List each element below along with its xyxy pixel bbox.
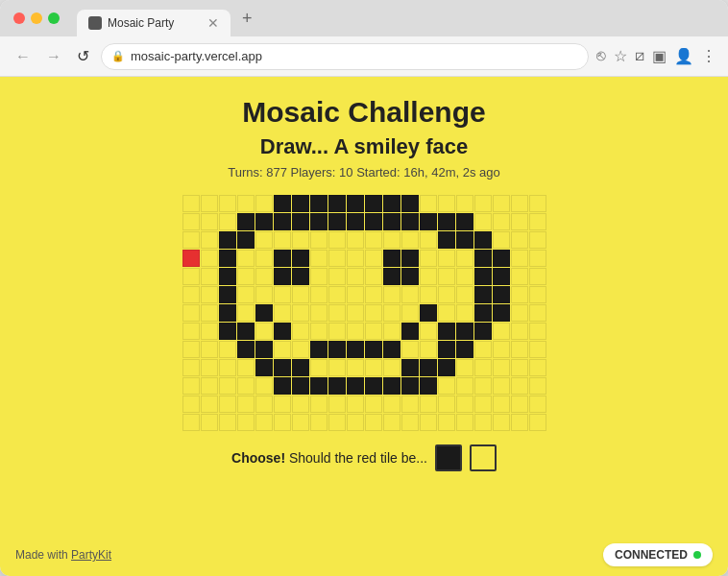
mosaic-cell[interactable] xyxy=(529,396,546,413)
mosaic-cell[interactable] xyxy=(401,268,419,285)
mosaic-cell[interactable] xyxy=(292,359,309,376)
mosaic-cell[interactable] xyxy=(511,268,528,285)
mosaic-cell[interactable] xyxy=(365,231,382,249)
tab-close-icon[interactable]: ✕ xyxy=(207,15,219,31)
mosaic-cell[interactable] xyxy=(347,359,364,376)
mosaic-cell[interactable] xyxy=(255,250,273,267)
mosaic-cell[interactable] xyxy=(420,396,437,413)
active-tab[interactable]: Mosaic Party ✕ xyxy=(77,10,231,36)
mosaic-cell[interactable] xyxy=(383,231,400,249)
mosaic-cell[interactable] xyxy=(420,268,437,285)
mosaic-cell[interactable] xyxy=(219,341,236,358)
mosaic-cell[interactable] xyxy=(456,323,473,340)
mosaic-cell[interactable] xyxy=(274,396,291,413)
maximize-button[interactable] xyxy=(48,12,60,24)
mosaic-cell[interactable] xyxy=(365,414,382,431)
mosaic-cell[interactable] xyxy=(401,341,419,358)
mosaic-cell[interactable] xyxy=(383,414,400,431)
mosaic-cell[interactable] xyxy=(219,286,236,303)
mosaic-cell[interactable] xyxy=(237,377,255,395)
mosaic-cell[interactable] xyxy=(511,323,528,340)
choice-dark-button[interactable] xyxy=(435,444,462,471)
mosaic-cell[interactable] xyxy=(201,231,218,249)
mosaic-cell[interactable] xyxy=(401,304,419,322)
mosaic-cell[interactable] xyxy=(493,377,510,395)
mosaic-cell[interactable] xyxy=(347,231,364,249)
mosaic-cell[interactable] xyxy=(182,359,200,376)
mosaic-cell[interactable] xyxy=(347,323,364,340)
partykit-link[interactable]: PartyKit xyxy=(71,548,111,562)
mosaic-cell[interactable] xyxy=(529,323,546,340)
mosaic-cell[interactable] xyxy=(401,323,419,340)
mosaic-cell[interactable] xyxy=(255,396,273,413)
refresh-button[interactable]: ↺ xyxy=(73,45,93,67)
mosaic-cell[interactable] xyxy=(201,377,218,395)
mosaic-cell[interactable] xyxy=(383,250,400,267)
mosaic-cell[interactable] xyxy=(493,213,510,230)
mosaic-cell[interactable] xyxy=(237,359,255,376)
mosaic-cell[interactable] xyxy=(529,359,546,376)
mosaic-cell[interactable] xyxy=(310,213,328,230)
mosaic-cell[interactable] xyxy=(420,377,437,395)
mosaic-cell[interactable] xyxy=(474,377,492,395)
mosaic-cell[interactable] xyxy=(474,213,492,230)
mosaic-cell[interactable] xyxy=(310,250,328,267)
mosaic-cell[interactable] xyxy=(274,250,291,267)
mosaic-cell[interactable] xyxy=(511,304,528,322)
mosaic-cell[interactable] xyxy=(310,377,328,395)
mosaic-cell[interactable] xyxy=(493,268,510,285)
mosaic-cell[interactable] xyxy=(383,341,400,358)
mosaic-cell[interactable] xyxy=(438,359,455,376)
mosaic-cell[interactable] xyxy=(474,195,492,212)
mosaic-cell[interactable] xyxy=(493,250,510,267)
mosaic-cell[interactable] xyxy=(237,268,255,285)
mosaic-cell[interactable] xyxy=(182,286,200,303)
mosaic-cell[interactable] xyxy=(456,341,473,358)
mosaic-cell[interactable] xyxy=(274,377,291,395)
mosaic-cell[interactable] xyxy=(201,359,218,376)
mosaic-cell[interactable] xyxy=(493,304,510,322)
mosaic-cell[interactable] xyxy=(365,323,382,340)
mosaic-cell[interactable] xyxy=(310,286,328,303)
mosaic-cell[interactable] xyxy=(292,195,309,212)
mosaic-cell[interactable] xyxy=(237,341,255,358)
mosaic-cell[interactable] xyxy=(255,195,273,212)
mosaic-cell[interactable] xyxy=(511,286,528,303)
mosaic-cell[interactable] xyxy=(274,268,291,285)
mosaic-cell[interactable] xyxy=(328,250,346,267)
extension-icon[interactable]: ⧄ xyxy=(635,47,644,65)
mosaic-cell[interactable] xyxy=(274,304,291,322)
mosaic-cell[interactable] xyxy=(438,250,455,267)
mosaic-cell[interactable] xyxy=(219,268,236,285)
mosaic-cell[interactable] xyxy=(274,359,291,376)
mosaic-cell[interactable] xyxy=(237,323,255,340)
mosaic-cell[interactable] xyxy=(310,231,328,249)
mosaic-cell[interactable] xyxy=(292,231,309,249)
mosaic-cell[interactable] xyxy=(493,414,510,431)
mosaic-cell[interactable] xyxy=(401,414,419,431)
address-bar[interactable]: 🔒 mosaic-party.vercel.app xyxy=(101,43,589,70)
mosaic-cell[interactable] xyxy=(310,323,328,340)
mosaic-cell[interactable] xyxy=(383,286,400,303)
mosaic-cell[interactable] xyxy=(347,250,364,267)
mosaic-cell[interactable] xyxy=(420,341,437,358)
mosaic-cell[interactable] xyxy=(237,195,255,212)
mosaic-cell[interactable] xyxy=(438,231,455,249)
mosaic-cell[interactable] xyxy=(310,414,328,431)
mosaic-cell[interactable] xyxy=(365,195,382,212)
mosaic-cell[interactable] xyxy=(201,341,218,358)
mosaic-cell[interactable] xyxy=(438,286,455,303)
mosaic-cell[interactable] xyxy=(292,213,309,230)
mosaic-cell[interactable] xyxy=(529,414,546,431)
split-view-icon[interactable]: ▣ xyxy=(652,47,667,65)
mosaic-cell[interactable] xyxy=(182,414,200,431)
mosaic-cell[interactable] xyxy=(493,195,510,212)
mosaic-cell[interactable] xyxy=(292,268,309,285)
mosaic-cell[interactable] xyxy=(365,268,382,285)
mosaic-cell[interactable] xyxy=(255,323,273,340)
mosaic-cell[interactable] xyxy=(219,213,236,230)
mosaic-cell[interactable] xyxy=(493,396,510,413)
mosaic-cell[interactable] xyxy=(456,213,473,230)
mosaic-cell[interactable] xyxy=(237,231,255,249)
mosaic-cell[interactable] xyxy=(255,213,273,230)
